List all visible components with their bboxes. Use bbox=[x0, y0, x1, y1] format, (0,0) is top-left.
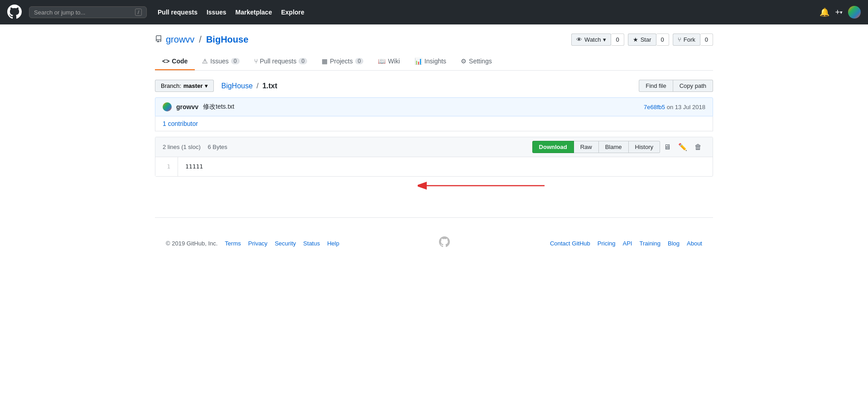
plus-icon: + bbox=[835, 8, 840, 17]
search-input[interactable] bbox=[34, 9, 132, 16]
footer-about-link[interactable]: About bbox=[687, 240, 702, 247]
blame-button[interactable]: Blame bbox=[599, 141, 629, 153]
tab-issues[interactable]: ⚠ Issues 0 bbox=[195, 53, 246, 70]
contributor-link[interactable]: 1 contributor bbox=[163, 120, 198, 127]
footer-security-link[interactable]: Security bbox=[275, 240, 296, 247]
raw-button[interactable]: Raw bbox=[574, 141, 599, 153]
contributor-row: 1 contributor bbox=[155, 116, 713, 131]
watch-button[interactable]: 👁 Watch ▾ bbox=[571, 34, 611, 46]
commit-right: 7e68fb5 on 13 Jul 2018 bbox=[644, 104, 705, 110]
file-header: 2 lines (1 sloc) 6 Bytes Download Raw Bl… bbox=[155, 137, 713, 157]
file-size: 6 Bytes bbox=[207, 144, 227, 150]
fork-button[interactable]: ⑂ Fork bbox=[673, 34, 700, 46]
tab-pr-label: Pull requests bbox=[260, 58, 297, 65]
tab-projects[interactable]: ▦ Projects 0 bbox=[314, 53, 371, 70]
file-info: 2 lines (1 sloc) 6 Bytes bbox=[163, 144, 233, 150]
nav-issues[interactable]: Issues bbox=[207, 9, 227, 16]
main-header: / Pull requests Issues Marketplace Explo… bbox=[0, 0, 868, 24]
nav-marketplace[interactable]: Marketplace bbox=[236, 9, 272, 16]
repo-tabs: <> Code ⚠ Issues 0 ⑂ Pull requests 0 ▦ P… bbox=[155, 53, 713, 71]
footer-left: © 2019 GitHub, Inc. Terms Privacy Securi… bbox=[166, 240, 339, 247]
line-numbers: 1 bbox=[155, 157, 178, 176]
repo-icon bbox=[155, 34, 162, 45]
footer-help-link[interactable]: Help bbox=[327, 240, 339, 247]
commit-hash-link[interactable]: 7e68fb5 bbox=[644, 104, 665, 110]
footer-training-link[interactable]: Training bbox=[639, 240, 660, 247]
nav-explore[interactable]: Explore bbox=[281, 9, 304, 16]
fork-label: Fork bbox=[684, 36, 695, 43]
watch-count: 0 bbox=[611, 34, 624, 46]
wiki-icon: 📖 bbox=[378, 58, 386, 65]
chevron-down-icon: ▾ bbox=[840, 10, 843, 15]
tab-wiki[interactable]: 📖 Wiki bbox=[371, 53, 407, 70]
find-file-button[interactable]: Find file bbox=[639, 80, 673, 92]
footer-terms-link[interactable]: Terms bbox=[225, 240, 241, 247]
tab-projects-label: Projects bbox=[330, 58, 353, 65]
header-right: 🔔 + ▾ bbox=[820, 6, 861, 19]
notifications-button[interactable]: 🔔 bbox=[820, 7, 829, 17]
star-icon: ★ bbox=[633, 36, 638, 43]
fork-group: ⑂ Fork 0 bbox=[673, 34, 713, 46]
watch-group: 👁 Watch ▾ 0 bbox=[571, 34, 624, 46]
github-logo[interactable] bbox=[7, 5, 22, 20]
copy-path-button[interactable]: Copy path bbox=[673, 80, 713, 92]
footer-pricing-link[interactable]: Pricing bbox=[598, 240, 616, 247]
display-icon-button[interactable]: 🖥 bbox=[660, 141, 675, 153]
tab-code-label: Code bbox=[172, 58, 188, 65]
tab-settings[interactable]: ⚙ Settings bbox=[453, 53, 499, 70]
breadcrumb-bar: Branch: master ▾ BigHouse / 1.txt Find f… bbox=[155, 80, 713, 92]
pr-icon: ⑂ bbox=[254, 58, 258, 65]
insights-icon: 📊 bbox=[415, 58, 422, 65]
code-icon: <> bbox=[162, 58, 169, 65]
star-button[interactable]: ★ Star bbox=[628, 34, 656, 46]
history-button[interactable]: History bbox=[629, 141, 660, 153]
page-footer: © 2019 GitHub, Inc. Terms Privacy Securi… bbox=[155, 227, 713, 259]
tab-pull-requests[interactable]: ⑂ Pull requests 0 bbox=[247, 53, 315, 70]
commit-date: on 13 Jul 2018 bbox=[667, 104, 705, 110]
branch-selector[interactable]: Branch: master ▾ bbox=[155, 80, 214, 92]
edit-icon-button[interactable]: ✏️ bbox=[675, 141, 691, 153]
commit-author: growvv bbox=[176, 103, 198, 110]
fork-icon: ⑂ bbox=[678, 36, 681, 43]
footer-contact-link[interactable]: Contact GitHub bbox=[550, 240, 590, 247]
projects-badge: 0 bbox=[355, 58, 364, 64]
tab-insights[interactable]: 📊 Insights bbox=[407, 53, 453, 70]
footer-privacy-link[interactable]: Privacy bbox=[248, 240, 268, 247]
contributor-label: contributor bbox=[168, 120, 198, 127]
line-code: 11111 bbox=[178, 157, 713, 176]
chevron-down-icon: ▾ bbox=[603, 36, 606, 43]
star-label: Star bbox=[641, 36, 651, 43]
file-content: 1 11111 bbox=[155, 157, 713, 176]
search-box[interactable]: / bbox=[29, 6, 147, 18]
tab-code[interactable]: <> Code bbox=[155, 53, 195, 70]
new-item-button[interactable]: + ▾ bbox=[835, 8, 843, 17]
repo-owner-link[interactable]: growvv bbox=[166, 34, 194, 45]
issues-badge: 0 bbox=[231, 58, 240, 64]
search-slash-icon: / bbox=[135, 9, 142, 16]
main-content: growvv / BigHouse 👁 Watch ▾ 0 ★ Star 0 bbox=[144, 24, 724, 269]
nav-pull-requests[interactable]: Pull requests bbox=[158, 9, 198, 16]
branch-label: Branch: bbox=[161, 82, 181, 89]
footer-status-link[interactable]: Status bbox=[303, 240, 320, 247]
page-divider bbox=[155, 217, 713, 218]
star-count: 0 bbox=[656, 34, 669, 46]
repo-name-link[interactable]: BigHouse bbox=[206, 34, 248, 45]
tab-settings-label: Settings bbox=[469, 58, 492, 65]
contributor-count: 1 bbox=[163, 120, 166, 127]
footer-blog-link[interactable]: Blog bbox=[668, 240, 680, 247]
file-view: 2 lines (1 sloc) 6 Bytes Download Raw Bl… bbox=[155, 137, 713, 177]
tab-insights-label: Insights bbox=[424, 58, 446, 65]
file-buttons: Download Raw Blame History 🖥 ✏️ 🗑 bbox=[532, 141, 705, 153]
chevron-down-icon: ▾ bbox=[205, 82, 208, 89]
repo-header: growvv / BigHouse 👁 Watch ▾ 0 ★ Star 0 bbox=[155, 34, 713, 46]
commit-message: 修改tets.txt bbox=[203, 103, 234, 111]
breadcrumb-repo-link[interactable]: BigHouse bbox=[221, 82, 252, 90]
download-button[interactable]: Download bbox=[532, 141, 574, 153]
avatar[interactable] bbox=[848, 6, 861, 19]
repo-actions: 👁 Watch ▾ 0 ★ Star 0 ⑂ Fork 0 bbox=[568, 34, 713, 46]
footer-api-link[interactable]: API bbox=[623, 240, 632, 247]
delete-icon-button[interactable]: 🗑 bbox=[691, 141, 705, 153]
projects-icon: ▦ bbox=[322, 58, 328, 65]
star-group: ★ Star 0 bbox=[628, 34, 669, 46]
issues-icon: ⚠ bbox=[202, 58, 208, 65]
